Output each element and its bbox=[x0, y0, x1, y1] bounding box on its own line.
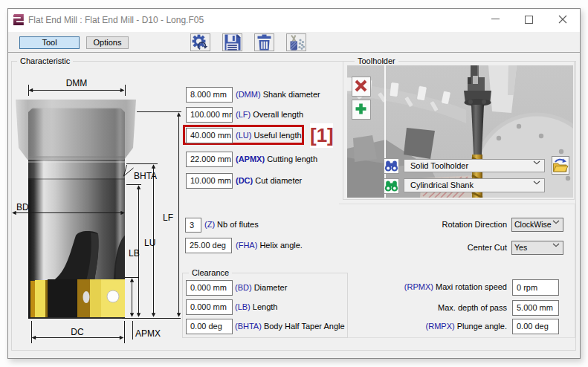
svg-text:BD: BD bbox=[16, 202, 29, 212]
svg-text:DC: DC bbox=[71, 327, 84, 337]
svg-text:LF: LF bbox=[163, 212, 173, 223]
svg-text:DMM: DMM bbox=[66, 78, 88, 88]
svg-text:BHTA: BHTA bbox=[134, 171, 157, 181]
svg-text:LB: LB bbox=[129, 248, 140, 259]
svg-text:LU: LU bbox=[144, 238, 155, 248]
svg-text:APMX: APMX bbox=[135, 328, 161, 339]
